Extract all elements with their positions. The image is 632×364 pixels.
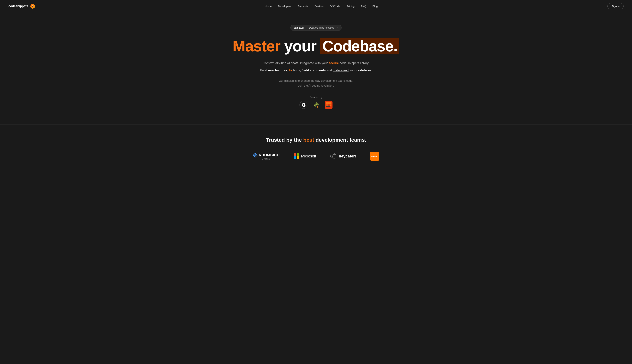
hero-title-codebase-wrapper: Codebase. <box>320 38 399 54</box>
nav-vscode-link[interactable]: VSCode <box>330 5 340 8</box>
hero-understand: understand <box>333 68 349 72</box>
logo-icon <box>30 4 35 8</box>
svg-point-1 <box>32 6 33 7</box>
logo-text: codesnippets. <box>9 4 29 8</box>
powered-by-icons: 🌴 <box>9 101 623 109</box>
badge-text: Desktop apps released <box>309 26 334 29</box>
heycater-logo: heycater! <box>330 154 356 159</box>
hero-section: Jan 2024 – Desktop apps released → Maste… <box>0 12 632 119</box>
powered-by-section: Powered by 🌴 <box>9 96 623 109</box>
logo[interactable]: codesnippets. <box>9 4 35 8</box>
badge-arrow: → <box>336 26 338 29</box>
svg-rect-8 <box>326 106 328 107</box>
rhombico-logo: RHOMBICO GAMES <box>253 153 280 160</box>
badge-date: Jan 2024 <box>294 26 304 29</box>
nav-pricing-link[interactable]: Pricing <box>347 5 355 8</box>
nav-links: Home Developers Students Desktop VSCode … <box>265 5 378 8</box>
heycater-text: heycater! <box>339 154 356 158</box>
hero-subtitle-1: Contextually-rich AI chats, integrated w… <box>9 60 623 66</box>
svg-rect-5 <box>330 102 331 104</box>
heycater-icon <box>330 154 337 159</box>
trusted-title: Trusted by the best development teams. <box>9 137 623 143</box>
nav-developers-link[interactable]: Developers <box>278 5 291 8</box>
rhombico-icon <box>253 153 258 158</box>
navbar: codesnippets. Home Developers Students D… <box>0 0 632 12</box>
hero-title-your: your <box>280 37 320 55</box>
announcement-badge[interactable]: Jan 2024 – Desktop apps released → <box>290 25 342 31</box>
nav-home-link[interactable]: Home <box>265 5 272 8</box>
trusted-section: Trusted by the best development teams. R… <box>0 124 632 175</box>
powered-by-label: Powered by <box>9 96 623 98</box>
nav-faq-link[interactable]: FAQ <box>361 5 366 8</box>
hero-title: Master your Codebase. <box>9 38 623 54</box>
hero-add-comments: //add comments <box>302 68 326 72</box>
microsoft-text: Microsoft <box>301 154 316 158</box>
mistral-icon <box>325 101 332 109</box>
sign-in-button[interactable]: Sign in <box>607 3 623 9</box>
openai-icon <box>300 101 307 109</box>
hero-title-codebase: Codebase. <box>322 37 397 55</box>
nav-desktop-link[interactable]: Desktop <box>314 5 324 8</box>
rhombico-sub: GAMES <box>262 158 271 160</box>
hero-new-features: new features <box>268 68 287 72</box>
trusted-logos: RHOMBICO GAMES Microsoft <box>9 152 623 161</box>
hero-codebase-bold: codebase. <box>357 68 372 72</box>
svg-rect-7 <box>330 104 331 106</box>
hero-mission: Our mission is to change the way develop… <box>9 78 623 88</box>
microsoft-grid-icon <box>294 154 299 159</box>
svg-rect-3 <box>326 102 328 104</box>
microsoft-logo: Microsoft <box>294 154 316 159</box>
svg-rect-9 <box>328 106 330 107</box>
hero-title-master: Master <box>233 37 280 55</box>
orange-logo: orange <box>370 152 379 161</box>
rhombico-text: RHOMBICO <box>259 153 280 157</box>
badge-separator: – <box>306 26 307 29</box>
svg-point-14 <box>330 155 332 157</box>
nav-blog-link[interactable]: Blog <box>372 5 378 8</box>
palm-icon: 🌴 <box>312 101 320 109</box>
orange-text: orange <box>371 155 378 157</box>
hero-subtitle-2: Build new features, fix bugs, //add comm… <box>9 68 623 73</box>
nav-students-link[interactable]: Students <box>298 5 308 8</box>
hero-secure-text: secure <box>329 61 339 65</box>
svg-rect-4 <box>328 102 330 104</box>
svg-text:🌴: 🌴 <box>313 102 320 108</box>
hero-fix: fix <box>289 68 292 72</box>
